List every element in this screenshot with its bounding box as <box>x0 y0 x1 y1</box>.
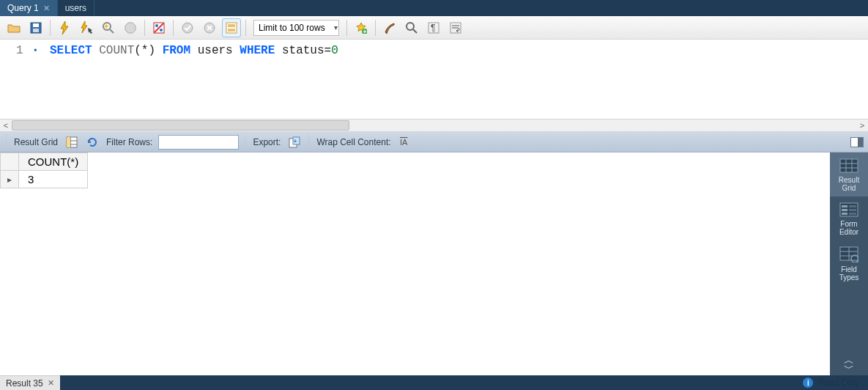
execute-current-button[interactable] <box>77 18 96 37</box>
save-button[interactable] <box>26 18 45 37</box>
find-button[interactable] <box>402 18 421 37</box>
svg-point-8 <box>155 24 158 27</box>
explain-button[interactable] <box>99 18 118 37</box>
limit-icon <box>226 22 237 34</box>
svg-rect-40 <box>842 213 847 215</box>
row-header-corner <box>1 153 19 171</box>
side-tab-field-types[interactable]: Field Types <box>830 240 868 286</box>
refresh-button[interactable] <box>84 134 100 150</box>
toolbar-separator <box>346 20 347 36</box>
search-icon <box>406 22 418 34</box>
scroll-right-icon[interactable]: > <box>856 121 868 130</box>
result-grid-label: Result Grid <box>14 137 58 147</box>
status-area: i Read Only <box>803 378 868 388</box>
toolbar-separator <box>173 20 174 36</box>
result-side-tabs: Result Grid Form Editor Field Types ︿ ﹀ <box>830 152 868 375</box>
svg-rect-13 <box>228 24 235 27</box>
toggle-invisible-button[interactable]: ¶ <box>424 18 443 37</box>
x-circle-icon <box>204 22 215 34</box>
folder-icon <box>7 23 21 33</box>
svg-point-9 <box>160 29 163 32</box>
sql-keyword: FROM <box>163 44 190 57</box>
tab-label: Query 1 <box>7 3 39 13</box>
commit-button[interactable] <box>178 18 197 37</box>
side-tab-form-editor[interactable]: Form Editor <box>830 196 868 240</box>
open-file-button[interactable] <box>4 18 23 37</box>
svg-rect-26 <box>67 137 70 147</box>
sql-function: COUNT <box>99 44 134 57</box>
toggle-autocommit-button[interactable] <box>149 18 168 37</box>
tab-query-1[interactable]: Query 1 ✕ <box>0 0 58 16</box>
toolbar-separator <box>245 20 246 36</box>
svg-text:IA: IA <box>400 138 408 147</box>
side-tab-nav[interactable]: ︿ ﹀ <box>844 352 854 375</box>
execute-button[interactable] <box>55 18 74 37</box>
scroll-track[interactable] <box>12 120 856 130</box>
statement-marker-icon: • <box>28 46 38 56</box>
scroll-thumb[interactable] <box>12 120 349 130</box>
status-text: Read Only <box>817 378 859 388</box>
side-tab-label: Field Types <box>839 265 859 282</box>
side-tab-result-grid[interactable]: Result Grid <box>830 152 868 196</box>
svg-marker-5 <box>125 23 136 33</box>
stop-icon <box>125 22 136 34</box>
beautify-button[interactable] <box>380 18 399 37</box>
tab-users[interactable]: users <box>58 0 94 16</box>
field-types-icon <box>839 246 858 262</box>
toggle-limit-button[interactable] <box>222 18 241 37</box>
export-label: Export: <box>253 137 281 147</box>
toolbar-separator <box>144 20 145 36</box>
toolbar-separator <box>375 20 376 36</box>
chevron-down-icon[interactable]: ﹀ <box>844 364 854 372</box>
editor-code[interactable]: SELECT COUNT(*) FROM users WHERE status=… <box>44 40 338 119</box>
result-tab[interactable]: Result 35 ✕ <box>0 375 60 390</box>
sql-token: = <box>324 44 332 57</box>
cell-value[interactable]: 3 <box>19 171 88 188</box>
svg-rect-37 <box>849 205 856 207</box>
svg-rect-30 <box>840 159 858 172</box>
close-icon[interactable]: ✕ <box>43 4 50 13</box>
editor-scrollbar[interactable]: < > <box>0 119 868 132</box>
toolbar-separator <box>308 134 309 150</box>
brush-icon <box>384 22 396 34</box>
svg-rect-38 <box>842 209 847 211</box>
bottom-bar: Result 35 ✕ i Read Only <box>0 375 868 390</box>
column-header[interactable]: COUNT(*) <box>19 153 88 171</box>
refresh-icon <box>86 136 98 148</box>
side-tab-label: Form Editor <box>839 220 858 236</box>
svg-rect-2 <box>33 29 39 32</box>
svg-rect-36 <box>842 205 847 207</box>
sql-keyword: SELECT <box>50 44 92 57</box>
grid-view-button[interactable] <box>64 134 80 150</box>
query-toolbar: Limit to 100 rows ¶ <box>0 16 868 40</box>
wrap-text-icon: IA <box>399 136 411 148</box>
filter-rows-input[interactable] <box>158 135 239 150</box>
sql-editor[interactable]: 1 • SELECT COUNT(*) FROM users WHERE sta… <box>0 40 868 119</box>
wrap-icon <box>450 22 461 34</box>
svg-rect-14 <box>228 29 235 32</box>
star-add-icon <box>355 22 367 34</box>
favorite-button[interactable] <box>352 18 371 37</box>
stop-button[interactable] <box>121 18 140 37</box>
sql-number: 0 <box>331 44 338 57</box>
toggle-wrap-button[interactable] <box>446 18 465 37</box>
panel-toggle-button[interactable] <box>850 137 864 147</box>
filter-rows-label: Filter Rows: <box>106 137 152 147</box>
wrap-cell-button[interactable]: IA <box>397 134 413 150</box>
sql-identifier: users <box>198 44 233 57</box>
grid-icon <box>66 136 78 148</box>
rollback-button[interactable] <box>200 18 219 37</box>
row-limit-select[interactable]: Limit to 100 rows <box>253 20 339 36</box>
result-tab-label: Result 35 <box>6 378 43 389</box>
close-icon[interactable]: ✕ <box>48 378 54 388</box>
query-tabs: Query 1 ✕ users <box>0 0 868 16</box>
sql-keyword: WHERE <box>240 44 275 57</box>
export-button[interactable] <box>286 134 303 150</box>
svg-text:¶: ¶ <box>431 23 435 33</box>
result-area: COUNT(*) ▸ 3 Result Grid Form Editor Fie… <box>0 152 868 375</box>
info-icon: i <box>803 378 813 388</box>
table-row[interactable]: ▸ 3 <box>1 171 88 188</box>
scroll-left-icon[interactable]: < <box>0 121 12 130</box>
result-grid[interactable]: COUNT(*) ▸ 3 <box>0 152 830 375</box>
magnify-lightning-icon <box>102 21 115 34</box>
